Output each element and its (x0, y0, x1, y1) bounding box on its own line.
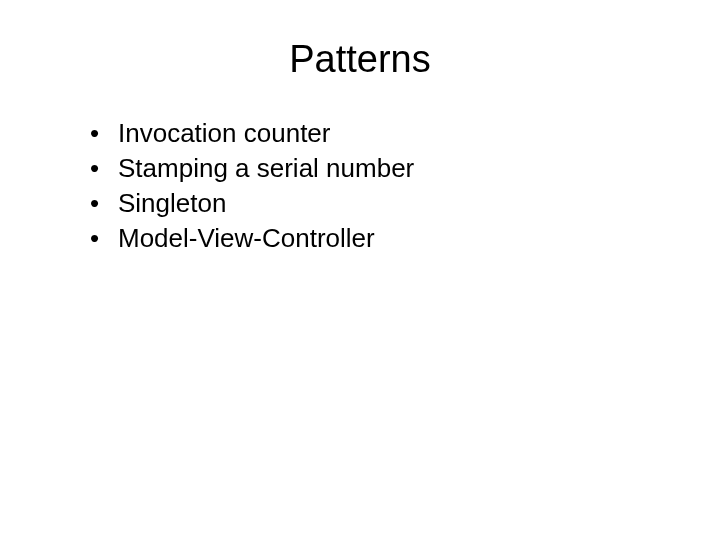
slide-container: Patterns Invocation counter Stamping a s… (0, 0, 720, 540)
list-item: Invocation counter (90, 116, 670, 151)
list-item: Stamping a serial number (90, 151, 670, 186)
list-item: Model-View-Controller (90, 221, 670, 256)
list-item: Singleton (90, 186, 670, 221)
slide-title: Patterns (50, 38, 670, 81)
bullet-list: Invocation counter Stamping a serial num… (50, 116, 670, 256)
